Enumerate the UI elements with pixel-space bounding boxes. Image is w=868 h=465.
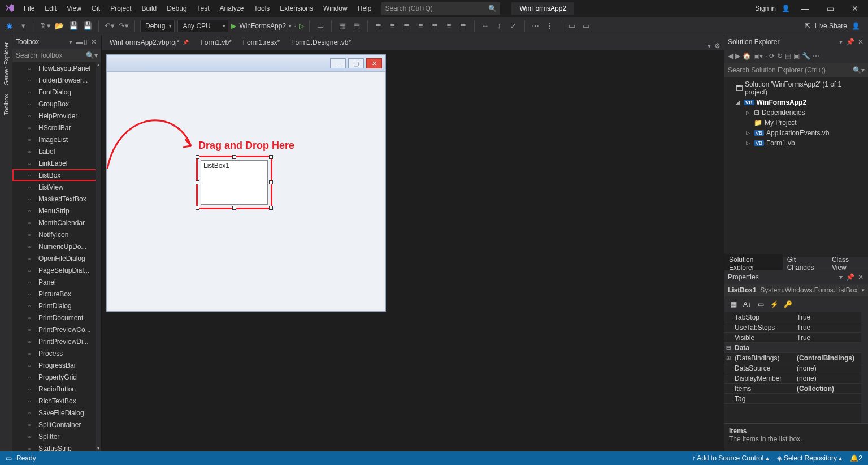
size-icon3[interactable]: ⤢	[508, 20, 519, 32]
designer-surface[interactable]: — ▢ ✕ Drag and Drop Here ListBox1	[102, 50, 724, 451]
prop-page-icon[interactable]: ▭	[755, 299, 766, 310]
toolbox-item-savefiledialog[interactable]: ▫SaveFileDialog	[12, 407, 101, 419]
server-explorer-tab[interactable]: Server Explorer	[1, 37, 11, 89]
tab-form1-designer[interactable]: Form1.Designer.vb*	[285, 35, 357, 50]
notifications-button[interactable]: 🔔2	[850, 454, 862, 462]
se-sync-icon[interactable]: ⟳	[769, 52, 775, 60]
tab-overflow-icon[interactable]: ▾	[708, 42, 711, 50]
toolbox-item-maskedtextbox[interactable]: ▫MaskedTextBox	[12, 193, 101, 205]
align-icon7[interactable]: ≣	[458, 20, 469, 32]
prop-row-tabstop[interactable]: TabStopTrue	[724, 312, 868, 322]
panel-dropdown-icon[interactable]: ▾	[839, 38, 844, 46]
panel-pin-icon[interactable]: 📌	[846, 38, 856, 46]
align-icon1[interactable]: ≣	[373, 20, 384, 32]
prop-misc-icon[interactable]: 🔑	[782, 299, 793, 310]
se-switch-icon[interactable]: ▣▾	[753, 52, 763, 60]
open-icon[interactable]: 📂	[54, 20, 65, 32]
align-icon5[interactable]: ≣	[429, 20, 441, 32]
global-search[interactable]: Search (Ctrl+Q) 🔍	[381, 2, 500, 15]
resize-handle-sw[interactable]	[196, 206, 199, 210]
dependencies-node[interactable]: ▷⊟Dependencies	[726, 107, 867, 118]
toolbox-item-splitcontainer[interactable]: ▫SplitContainer	[12, 419, 101, 430]
categorized-icon[interactable]: ▦	[728, 299, 739, 310]
tab-form1-vb[interactable]: Form1.vb*	[194, 35, 237, 50]
prop-category-data[interactable]: ⊟Data	[724, 343, 868, 353]
align-icon4[interactable]: ≡	[415, 20, 427, 32]
toolbox-item-notifyicon[interactable]: ▫NotifyIcon	[12, 229, 101, 240]
toolbox-item-panel[interactable]: ▫Panel	[12, 276, 101, 288]
prop-row-items[interactable]: Items(Collection)	[724, 384, 868, 394]
alphabetical-icon[interactable]: A↓	[741, 299, 753, 310]
resize-handle-ne[interactable]	[269, 155, 273, 159]
tab-form1-resx[interactable]: Form1.resx*	[237, 35, 285, 50]
se-more-icon[interactable]: ⋯	[813, 52, 819, 60]
toolbox-item-label[interactable]: ▫Label	[12, 145, 101, 157]
feedback-icon[interactable]: 👤	[852, 22, 860, 30]
start-nodebug-button[interactable]: ▷	[299, 22, 304, 30]
menu-debug[interactable]: Debug	[162, 2, 191, 15]
toolbox-item-printdocument[interactable]: ▫PrintDocument	[12, 312, 101, 324]
menu-help[interactable]: Help	[353, 2, 376, 15]
start-target-label[interactable]: WinFormsApp2	[239, 22, 286, 30]
toolbox-item-pagesetupdial[interactable]: ▫PageSetupDial...	[12, 264, 101, 276]
menu-window[interactable]: Window	[319, 2, 352, 15]
solution-node[interactable]: 🗔Solution 'WinFormsApp2' (1 of 1 project…	[726, 79, 867, 97]
new-project-icon[interactable]: 🗎▾	[40, 20, 51, 32]
menu-file[interactable]: File	[19, 2, 39, 15]
events-icon[interactable]: ⚡	[769, 299, 780, 310]
se-back-icon[interactable]: ◀	[728, 52, 733, 60]
toolbox-dropdown-icon[interactable]: ▾	[69, 38, 73, 46]
menu-view[interactable]: View	[62, 2, 86, 15]
menu-tools[interactable]: Tools	[249, 2, 274, 15]
prop-row-datasource[interactable]: DataSource(none)	[724, 363, 868, 373]
prop-row-tag[interactable]: Tag	[724, 394, 868, 404]
window-minimize-button[interactable]: —	[796, 2, 815, 15]
save-icon[interactable]: 💾	[68, 20, 79, 32]
menu-edit[interactable]: Edit	[40, 2, 61, 15]
toolbox-item-monthcalendar[interactable]: ▫MonthCalendar	[12, 217, 101, 229]
toolbox-scrollbar[interactable]: ▴▾	[96, 62, 101, 451]
solution-explorer-search[interactable]: Search Solution Explorer (Ctrl+;) 🔍▾	[724, 63, 868, 77]
se-collapse-icon[interactable]: ▣	[793, 52, 800, 60]
menu-test[interactable]: Test	[193, 2, 214, 15]
toolbox-item-flowlayoutpanel[interactable]: ▫FlowLayoutPanel	[12, 62, 101, 74]
toolbox-item-splitter[interactable]: ▫Splitter	[12, 430, 101, 442]
toolbox-item-listbox[interactable]: ▫ListBox	[12, 169, 101, 181]
toolbox-close-icon[interactable]: ✕	[91, 38, 98, 46]
nav-back-icon[interactable]: ◉	[3, 20, 15, 32]
project-node[interactable]: ◢VBWinFormsApp2	[726, 97, 867, 107]
prop-row-visible[interactable]: VisibleTrue	[724, 333, 868, 343]
properties-grid[interactable]: TabStopTrueUseTabStopsTrueVisibleTrue⊟Da…	[724, 312, 868, 423]
tab-settings-icon[interactable]: ⚙	[714, 42, 721, 50]
toolbox-item-richtextbox[interactable]: ▫RichTextBox	[12, 395, 101, 407]
resize-handle-e[interactable]	[269, 180, 273, 184]
se-showall-icon[interactable]: ▤	[785, 52, 791, 60]
panel-pin-icon[interactable]: 📌	[846, 273, 856, 281]
menu-extensions[interactable]: Extensions	[275, 2, 318, 15]
toolbox-item-openfiledialog[interactable]: ▫OpenFileDialog	[12, 252, 101, 264]
resize-handle-s[interactable]	[232, 206, 236, 210]
window-maximize-button[interactable]: ▭	[821, 2, 840, 15]
prop-row-displaymember[interactable]: DisplayMember(none)	[724, 373, 868, 384]
toolbox-item-imagelist[interactable]: ▫ImageList	[12, 134, 101, 145]
align-icon6[interactable]: ≡	[444, 20, 455, 32]
start-debug-button[interactable]: ▶	[231, 22, 236, 30]
toolbox-item-radiobutton[interactable]: ▫RadioButton	[12, 383, 101, 395]
panel-close-icon[interactable]: ✕	[858, 38, 865, 46]
toolbox-item-picturebox[interactable]: ▫PictureBox	[12, 288, 101, 300]
toolbox-item-printdialog[interactable]: ▫PrintDialog	[12, 300, 101, 312]
toolbox-item-statusstrip[interactable]: ▫StatusStrip	[12, 442, 101, 451]
prop-row-usetabstops[interactable]: UseTabStopsTrue	[724, 322, 868, 333]
save-all-icon[interactable]: 💾	[82, 20, 93, 32]
user-icon[interactable]: 👤	[782, 5, 790, 12]
redo-icon[interactable]: ↷▾	[118, 20, 129, 32]
start-target-dropdown-icon[interactable]: ▾	[289, 23, 292, 29]
space-icon2[interactable]: ⋮	[544, 20, 555, 32]
toolbox-tab[interactable]: Toolbox	[1, 89, 11, 120]
order-icon2[interactable]: ▭	[580, 20, 592, 32]
layout-tool3-icon[interactable]: ▤	[351, 20, 362, 32]
menu-project[interactable]: Project	[106, 2, 136, 15]
menu-analyze[interactable]: Analyze	[215, 2, 249, 15]
resize-handle-nw[interactable]	[196, 155, 199, 159]
resize-handle-n[interactable]	[232, 155, 236, 159]
